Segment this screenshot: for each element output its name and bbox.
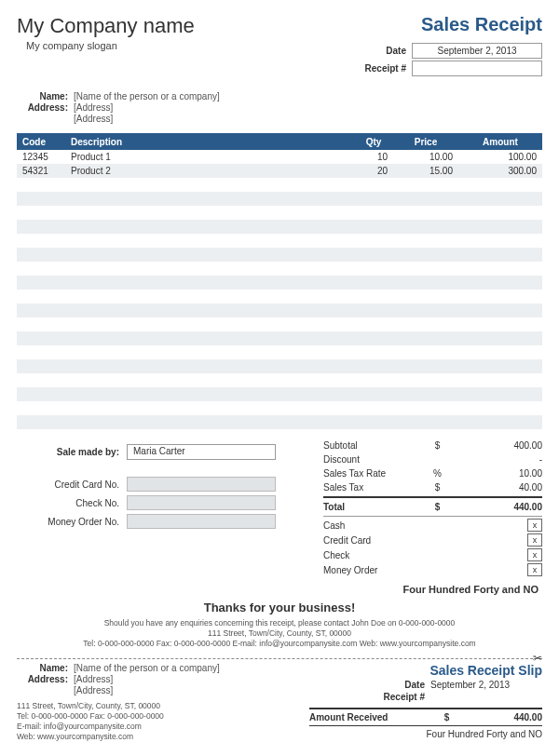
total-value: 440.00: [458, 502, 542, 512]
items-table: Code Description Qty Price Amount 12345P…: [17, 133, 542, 429]
company-slogan: My company slogan: [26, 40, 195, 51]
method-mo-label: Money Order: [323, 565, 435, 575]
slip-footer-email: E-mail: info@yourcompanysite.com: [17, 722, 287, 732]
method-cc-box[interactable]: x: [527, 533, 542, 547]
check-no-label: Check No.: [17, 498, 119, 508]
check-no-input[interactable]: [127, 495, 276, 510]
table-row: [17, 276, 542, 290]
table-row: [17, 220, 542, 234]
total-label: Total: [323, 502, 416, 512]
col-amt: Amount: [458, 133, 542, 150]
subtotal-label: Subtotal: [323, 440, 416, 451]
table-row: [17, 178, 542, 192]
cc-no-label: Credit Card No.: [17, 479, 119, 490]
mo-no-label: Money Order No.: [17, 517, 119, 527]
footer-line3: Tel: 0-000-000-0000 Fax: 0-000-000-0000 …: [17, 639, 542, 649]
table-row: 12345Product 11010.00100.00: [17, 150, 542, 164]
slip-footer-tel: Tel: 0-000-000-0000 Fax: 0-000-000-0000: [17, 711, 287, 722]
col-qty: Qty: [354, 133, 393, 150]
discount-value: -: [458, 454, 542, 465]
method-cash-box[interactable]: x: [527, 519, 542, 532]
slip-amt-label: Amount Received: [309, 712, 426, 722]
table-row: 54321Product 22015.00300.00: [17, 164, 542, 178]
footer-line2: 111 Street, Town/City, County, ST, 00000: [17, 628, 542, 639]
table-row: [17, 262, 542, 276]
table-row: [17, 373, 542, 387]
slip-cust-addr1: [Address]: [74, 674, 113, 684]
cc-no-input[interactable]: [127, 477, 276, 492]
table-row: [17, 290, 542, 304]
table-row: [17, 317, 542, 331]
table-row: [17, 331, 542, 345]
tax-label: Sales Tax: [323, 482, 416, 493]
table-row: [17, 192, 542, 206]
taxrate-value: 10.00: [458, 468, 542, 479]
slip-amt-value: 440.00: [468, 712, 542, 722]
method-check-box[interactable]: x: [527, 548, 542, 561]
cust-name-label: Name:: [17, 91, 68, 101]
scissors-icon: ✂: [533, 652, 542, 665]
col-desc: Description: [65, 133, 354, 150]
receipt-num-label: Receipt #: [365, 63, 406, 74]
sale-by-label: Sale made by:: [17, 447, 119, 457]
cust-name-value: [Name of the person or a company]: [74, 91, 220, 101]
footer-line1: Should you have any enquiries concerning…: [17, 618, 542, 628]
slip-receipt-num: [430, 692, 542, 702]
table-row: [17, 359, 542, 373]
tax-value: 40.00: [458, 482, 542, 493]
date-value[interactable]: September 2, 2013: [412, 43, 542, 59]
table-row: [17, 234, 542, 248]
table-row: [17, 401, 542, 415]
method-mo-box[interactable]: x: [527, 563, 542, 576]
amount-words: Four Hundred Forty and NO: [17, 584, 539, 595]
method-cc-label: Credit Card: [323, 535, 435, 546]
cust-addr-label: Address:: [17, 102, 68, 113]
method-check-label: Check: [323, 550, 435, 560]
slip-cust-name: [Name of the person or a company]: [74, 663, 220, 673]
receipt-num-value[interactable]: [412, 61, 542, 76]
mo-no-input[interactable]: [127, 514, 276, 529]
cust-addr1-value: [Address]: [74, 102, 113, 113]
date-label: Date: [386, 46, 406, 56]
col-code: Code: [17, 133, 65, 150]
slip-cust-addr2: [Address]: [74, 685, 113, 695]
table-row: [17, 415, 542, 429]
slip-date: September 2, 2013: [430, 680, 542, 690]
cust-addr2-value: [Address]: [74, 114, 113, 124]
table-row: [17, 304, 542, 317]
document-title: Sales Receipt: [365, 14, 542, 35]
sale-by-value[interactable]: Maria Carter: [127, 444, 276, 460]
slip-footer-web: Web: www.yourcompanysite.com: [17, 732, 287, 742]
subtotal-value: 400.00: [458, 440, 542, 451]
table-row: [17, 345, 542, 359]
table-row: [17, 387, 542, 401]
taxrate-label: Sales Tax Rate: [323, 468, 416, 479]
table-row: [17, 248, 542, 262]
slip-footer-addr: 111 Street, Town/City, County, ST, 00000: [17, 701, 287, 711]
discount-label: Discount: [323, 454, 416, 465]
slip-words: Four Hundred Forty and NO: [309, 729, 542, 739]
method-cash-label: Cash: [323, 520, 435, 531]
company-name: My Company name: [17, 14, 195, 38]
thanks-message: Thanks for your business!: [17, 601, 542, 614]
col-price: Price: [393, 133, 458, 150]
table-row: [17, 206, 542, 220]
slip-title: Sales Receipt Slip: [309, 663, 542, 678]
